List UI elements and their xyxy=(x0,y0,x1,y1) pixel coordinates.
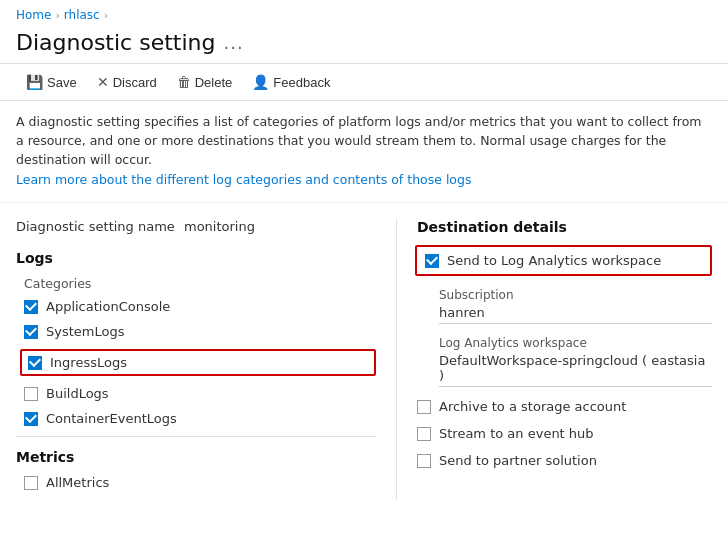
feedback-button[interactable]: 👤 Feedback xyxy=(242,70,340,94)
more-options-button[interactable]: ... xyxy=(223,32,243,53)
diagnostic-setting-name-row: Diagnostic setting name monitoring xyxy=(16,219,376,234)
checkbox-systemlogs[interactable] xyxy=(24,325,38,339)
separator xyxy=(16,436,376,437)
breadcrumb: Home › rhlasc › xyxy=(0,0,728,26)
breadcrumb-rhlasc[interactable]: rhlasc xyxy=(64,8,100,22)
feedback-label: Feedback xyxy=(273,75,330,90)
delete-button[interactable]: 🗑 Delete xyxy=(167,70,243,94)
log-item-buildlogs[interactable]: BuildLogs xyxy=(24,386,376,401)
destination-checkbox-1[interactable] xyxy=(417,400,431,414)
log-item-containereventlogs[interactable]: ContainerEventLogs xyxy=(24,411,376,426)
metrics-section: Metrics AllMetrics xyxy=(16,449,376,490)
destination-label-3: Send to partner solution xyxy=(439,453,597,468)
log-item-ingresslogs[interactable]: IngressLogs xyxy=(20,349,376,376)
destination-option-0[interactable]: Send to Log Analytics workspace xyxy=(415,245,712,276)
sub-field-0-1: Log Analytics workspaceDefaultWorkspace-… xyxy=(439,336,712,387)
learn-more-link[interactable]: Learn more about the different log categ… xyxy=(16,171,712,190)
destination-checkbox-0[interactable] xyxy=(425,254,439,268)
save-button[interactable]: 💾 Save xyxy=(16,70,87,94)
diagnostic-setting-name-label: Diagnostic setting name xyxy=(16,219,176,234)
sub-field-label-0-0: Subscription xyxy=(439,288,712,302)
diagnostic-setting-name-value: monitoring xyxy=(184,219,255,234)
sub-field-label-0-1: Log Analytics workspace xyxy=(439,336,712,350)
feedback-icon: 👤 xyxy=(252,74,269,90)
destination-label-0: Send to Log Analytics workspace xyxy=(447,253,661,268)
destination-details-title: Destination details xyxy=(417,219,712,235)
page-title: Diagnostic setting xyxy=(16,30,215,55)
discard-button[interactable]: ✕ Discard xyxy=(87,70,167,94)
breadcrumb-separator-1: › xyxy=(55,9,59,22)
description-text: A diagnostic setting specifies a list of… xyxy=(16,114,702,167)
destination-label-2: Stream to an event hub xyxy=(439,426,594,441)
sub-field-value-0-0: hanren xyxy=(439,305,712,324)
destination-options: Send to Log Analytics workspaceSubscript… xyxy=(417,245,712,468)
breadcrumb-separator-2: › xyxy=(104,9,108,22)
metrics-section-title: Metrics xyxy=(16,449,376,465)
log-label-buildlogs: BuildLogs xyxy=(46,386,109,401)
discard-label: Discard xyxy=(113,75,157,90)
sub-field-value-0-1: DefaultWorkspace-springcloud ( eastasia … xyxy=(439,353,712,387)
checkbox-containereventlogs[interactable] xyxy=(24,412,38,426)
save-icon: 💾 xyxy=(26,74,43,90)
log-label-ingresslogs: IngressLogs xyxy=(50,355,127,370)
log-item-systemlogs[interactable]: SystemLogs xyxy=(24,324,376,339)
content-area: Diagnostic setting name monitoring Logs … xyxy=(0,203,728,516)
metric-checkbox-allmetrics[interactable] xyxy=(24,476,38,490)
description: A diagnostic setting specifies a list of… xyxy=(0,101,728,203)
save-label: Save xyxy=(47,75,77,90)
destination-checkbox-3[interactable] xyxy=(417,454,431,468)
checkbox-ingresslogs[interactable] xyxy=(28,356,42,370)
destination-label-1: Archive to a storage account xyxy=(439,399,626,414)
log-label-applicationconsole: ApplicationConsole xyxy=(46,299,170,314)
destination-option-2[interactable]: Stream to an event hub xyxy=(417,426,712,441)
checkbox-buildlogs[interactable] xyxy=(24,387,38,401)
checkbox-applicationconsole[interactable] xyxy=(24,300,38,314)
destination-checkbox-2[interactable] xyxy=(417,427,431,441)
toolbar: 💾 Save ✕ Discard 🗑 Delete 👤 Feedback xyxy=(0,63,728,101)
log-label-containereventlogs: ContainerEventLogs xyxy=(46,411,177,426)
sub-field-0-0: Subscriptionhanren xyxy=(439,288,712,324)
logs-section-title: Logs xyxy=(16,250,376,266)
delete-icon: 🗑 xyxy=(177,74,191,90)
breadcrumb-home[interactable]: Home xyxy=(16,8,51,22)
metric-item-allmetrics[interactable]: AllMetrics xyxy=(24,475,376,490)
discard-icon: ✕ xyxy=(97,74,109,90)
logs-categories-label: Categories xyxy=(24,276,376,291)
delete-label: Delete xyxy=(195,75,233,90)
destination-option-1[interactable]: Archive to a storage account xyxy=(417,399,712,414)
left-panel: Diagnostic setting name monitoring Logs … xyxy=(16,219,396,500)
metrics-list: AllMetrics xyxy=(16,475,376,490)
log-label-systemlogs: SystemLogs xyxy=(46,324,124,339)
right-panel: Destination details Send to Log Analytic… xyxy=(396,219,712,500)
log-item-applicationconsole[interactable]: ApplicationConsole xyxy=(24,299,376,314)
log-categories-list: ApplicationConsoleSystemLogsIngressLogsB… xyxy=(16,299,376,426)
destination-option-3[interactable]: Send to partner solution xyxy=(417,453,712,468)
page-header: Diagnostic setting ... xyxy=(0,26,728,63)
metric-label-allmetrics: AllMetrics xyxy=(46,475,109,490)
